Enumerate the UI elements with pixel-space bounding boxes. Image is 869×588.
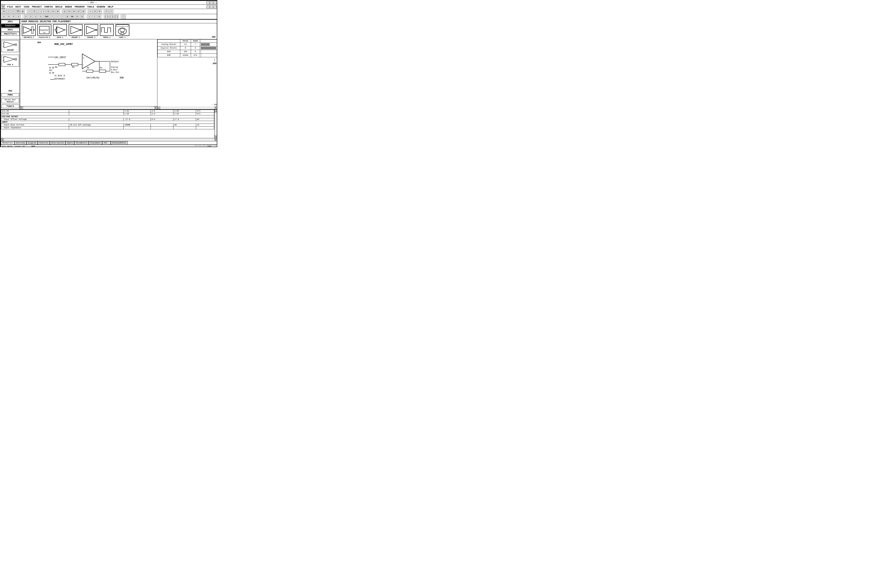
tb2-brace1[interactable]: { } xyxy=(104,15,108,19)
tb-view3[interactable]: ⊞ xyxy=(72,10,76,13)
tb-copy[interactable]: ⎘ xyxy=(32,10,36,13)
sidebar-timers[interactable]: Timers xyxy=(1,105,19,108)
tb-grid[interactable]: ⊞ xyxy=(2,10,6,13)
menu-config[interactable]: CONFIG xyxy=(44,6,53,8)
menu-program[interactable]: PROGRAM xyxy=(75,6,85,8)
tb-help[interactable]: ? xyxy=(104,10,108,13)
data-scroll-down[interactable]: ▼ xyxy=(215,135,217,138)
menu-debug[interactable]: DEBUG xyxy=(65,6,72,8)
tab-releasenotes[interactable]: ReleaseNotes xyxy=(111,141,128,145)
tab-parameters[interactable]: Parameters xyxy=(74,141,89,145)
tb-cursor[interactable]: ↖ xyxy=(88,10,92,13)
tb2-wire[interactable]: ⌒ xyxy=(50,15,55,19)
tab-placement[interactable]: Placement xyxy=(89,141,102,145)
close-button[interactable]: ✕ xyxy=(214,1,217,4)
tb2-brace2[interactable]: { } xyxy=(109,15,114,19)
tb2-draw3[interactable]: ◇ xyxy=(34,15,38,19)
v-scroll-track[interactable] xyxy=(160,106,214,109)
component-insamp[interactable]: INSAMP xyxy=(1,40,19,52)
minimize-button[interactable]: □ xyxy=(206,1,209,4)
menu-build[interactable]: BUILD xyxy=(55,6,62,8)
tb-view2[interactable]: ⊟ xyxy=(67,10,71,13)
menu-file[interactable]: FILE xyxy=(7,6,13,8)
data-h-track[interactable] xyxy=(4,138,214,141)
inner-minimize-button[interactable]: □ xyxy=(206,6,209,8)
data-h-scrollbar[interactable]: ◄ ► xyxy=(1,138,217,141)
tb-view4[interactable]: ⊡ xyxy=(77,10,81,13)
tb2-wire3[interactable]: ⌒ xyxy=(60,15,65,19)
sidebar-amplifiers[interactable]: Amplifiers xyxy=(1,32,19,36)
menu-project[interactable]: PROJECT xyxy=(32,6,42,8)
menu-edit[interactable]: EDIT xyxy=(15,6,21,8)
inner-title-controls[interactable]: □ □ ✕ xyxy=(206,6,217,8)
maximize-button[interactable]: □ xyxy=(210,1,213,4)
component-pga-a[interactable]: PGA_A xyxy=(1,55,19,67)
inner-close-button[interactable]: ✕ xyxy=(214,6,217,8)
tab-specs[interactable]: Specs xyxy=(65,141,74,145)
tb-cut[interactable]: ✂ xyxy=(27,10,32,13)
tb-chip2[interactable]: ⊡ xyxy=(51,10,55,13)
tab-diagram[interactable]: Diagram xyxy=(27,141,38,145)
sidebar-serial[interactable]: Serial User Modules xyxy=(1,98,19,103)
module-pwm16[interactable]: PWM16_1 xyxy=(100,24,114,38)
menu-window[interactable]: WINDOW xyxy=(96,6,105,8)
tab-overview[interactable]: Overview xyxy=(14,141,27,145)
module-uart1[interactable]: ↔ UART_1 xyxy=(116,24,129,38)
tab-resources[interactable]: Resources xyxy=(1,141,14,145)
data-scroll-left[interactable]: ◄ xyxy=(1,138,4,141)
tb-print[interactable]: 🖨 xyxy=(21,10,25,13)
sidebar-dacs[interactable]: DACs xyxy=(1,28,19,32)
tb-undo[interactable]: ↩ xyxy=(42,10,46,13)
tb2-draw1[interactable]: ◇ xyxy=(24,15,28,19)
sidebar-adcs[interactable]: ADCs xyxy=(1,20,19,24)
tab-features[interactable]: Features xyxy=(38,141,50,145)
v-scrollbar-btn[interactable]: ▲ ▼ xyxy=(157,106,217,109)
tb2-module[interactable]: M▲B xyxy=(43,15,50,19)
data-scroll-right[interactable]: ► xyxy=(214,138,217,141)
tb-save[interactable]: 💾 xyxy=(16,10,20,13)
data-scroll-up[interactable]: ▲ xyxy=(215,110,217,113)
tb2-bus1[interactable]: ⊡ xyxy=(97,15,101,19)
data-v-scrollbar[interactable]: ▲ ▼ xyxy=(214,110,217,138)
scroll-right-btn[interactable]: ► xyxy=(154,107,157,110)
tb2-indent3[interactable]: ≡ xyxy=(12,15,16,19)
module-adcinc12[interactable]: ADCINC12_1 xyxy=(22,24,36,38)
tb-chip[interactable]: ⊡ xyxy=(46,10,50,13)
inner-maximize-button[interactable]: □ xyxy=(210,6,213,8)
tb-chip3[interactable]: ⊠ xyxy=(56,10,60,13)
tb2-brace3[interactable]: { } xyxy=(114,15,119,19)
tb2-arrow1[interactable]: ⇒ xyxy=(87,15,92,19)
tb-new[interactable]: □ xyxy=(6,10,11,13)
menu-help[interactable]: HELP xyxy=(108,6,113,8)
module-counter16[interactable]: Counter 16 Counter16_1 xyxy=(37,24,51,38)
tb-tool1[interactable]: ⊕ xyxy=(93,10,97,13)
module-dac8[interactable]: DAC8_1 xyxy=(53,24,67,38)
tb2-draw2[interactable]: ◇ xyxy=(29,15,33,19)
tab-api[interactable]: API xyxy=(102,141,111,145)
outer-title-controls[interactable]: □ □ ✕ xyxy=(206,1,217,4)
scroll-down-btn[interactable]: ▼ xyxy=(214,106,217,109)
tb2-indent1[interactable]: ≡ xyxy=(2,15,6,19)
tb2-indent2[interactable]: ≡ xyxy=(7,15,11,19)
tb2-chip3[interactable]: ⊟ xyxy=(75,15,79,19)
module-insamp2[interactable]: INSAMP_2 xyxy=(84,24,98,38)
menu-view[interactable]: VIEW xyxy=(24,6,29,8)
sidebar-counters[interactable]: Counters xyxy=(1,24,19,28)
h-scroll-track[interactable] xyxy=(23,107,154,109)
module-insamp1[interactable]: INSAMP_1 xyxy=(69,24,83,38)
h-scrollbar[interactable]: ◄ ► xyxy=(20,106,157,109)
tb2-chip2[interactable]: ⊞⊞ xyxy=(70,15,74,19)
tb2-draw4[interactable]: ◇ xyxy=(39,15,43,19)
scroll-up-btn[interactable]: ▲ xyxy=(157,106,160,109)
menu-tools[interactable]: TOOLS xyxy=(87,6,94,8)
tb2-indent4[interactable]: ≡ xyxy=(16,15,21,19)
tb2-chip4[interactable]: ⊟ xyxy=(80,15,84,19)
data-scroll-track[interactable] xyxy=(215,113,217,135)
tb2-chip[interactable]: ⊞ xyxy=(65,15,70,19)
tb-view1[interactable]: ◫ xyxy=(62,10,67,13)
tb-view5[interactable]: ⊞ xyxy=(81,10,86,13)
sidebar-pwms[interactable]: PWMs xyxy=(1,93,19,97)
tb-tool2[interactable]: ⊗ xyxy=(98,10,102,13)
tb-paste[interactable]: 📋 xyxy=(37,10,41,13)
tb2-arrow2[interactable]: ⇒ xyxy=(92,15,96,19)
